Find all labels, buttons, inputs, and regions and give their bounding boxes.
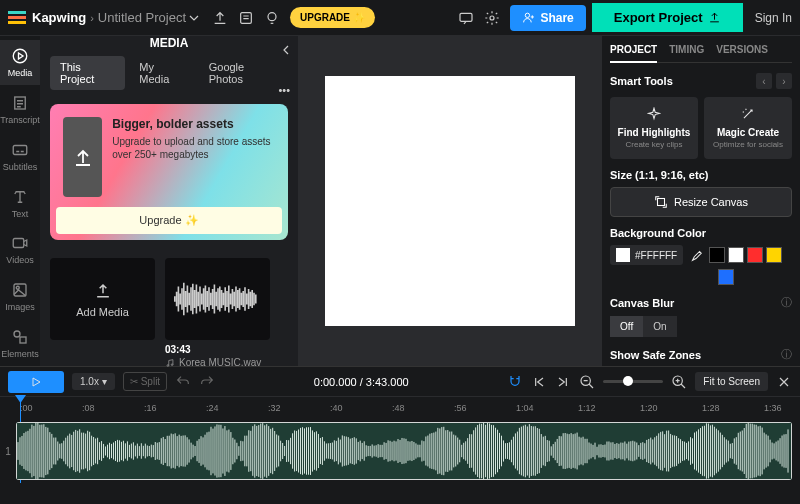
promo-image xyxy=(63,117,102,197)
tab-versions[interactable]: VERSIONS xyxy=(716,44,768,56)
signin-link[interactable]: Sign In xyxy=(755,11,792,25)
chevron-down-icon[interactable] xyxy=(186,10,202,26)
collapse-panel-icon[interactable] xyxy=(278,42,294,58)
sparkle-icon xyxy=(647,107,661,121)
bg-color-label: Background Color xyxy=(610,227,706,239)
close-icon[interactable] xyxy=(776,374,792,390)
rail-label: Transcript xyxy=(0,115,40,125)
track-number: 1 xyxy=(0,446,16,457)
add-media-button[interactable]: Add Media xyxy=(50,258,155,340)
ruler-tick: 1:20 xyxy=(640,403,658,413)
svg-point-5 xyxy=(13,49,27,63)
swatch-red[interactable] xyxy=(747,247,763,263)
upload-icon[interactable] xyxy=(212,10,228,26)
fit-to-screen-button[interactable]: Fit to Screen xyxy=(695,372,768,391)
size-label: Size (1:1, 9:16, etc) xyxy=(610,169,708,181)
skip-end-icon[interactable] xyxy=(555,374,571,390)
breadcrumb-sep: › xyxy=(90,12,94,24)
eyedropper-icon[interactable] xyxy=(689,248,703,262)
kapwing-logo[interactable] xyxy=(8,11,26,25)
card-title: Magic Create xyxy=(710,127,786,138)
swatch-white[interactable] xyxy=(728,247,744,263)
svg-rect-2 xyxy=(460,13,472,21)
rail-media[interactable]: Media xyxy=(0,40,40,85)
ruler-tick: :08 xyxy=(82,403,95,413)
magnet-icon[interactable] xyxy=(507,374,523,390)
svg-rect-12 xyxy=(20,337,26,343)
rail-transcript[interactable]: Transcript xyxy=(0,87,40,132)
svg-rect-0 xyxy=(241,12,252,23)
upload-icon xyxy=(93,280,113,300)
hex-value: #FFFFFF xyxy=(635,250,677,261)
comment-icon[interactable] xyxy=(458,10,474,26)
tab-this-project[interactable]: This Project xyxy=(50,56,125,90)
ruler-tick: 1:28 xyxy=(702,403,720,413)
left-rail: Media Transcript Subtitles Text Videos I… xyxy=(0,36,40,366)
ruler-tick: :16 xyxy=(144,403,157,413)
swatch-black[interactable] xyxy=(709,247,725,263)
magic-create-card[interactable]: Magic Create Optimize for socials xyxy=(704,97,792,159)
swatch-blue[interactable] xyxy=(718,269,734,285)
export-icon xyxy=(708,11,721,24)
person-plus-icon xyxy=(522,11,535,24)
upgrade-button[interactable]: UPGRADE✨ xyxy=(290,7,375,28)
zoom-in-icon[interactable] xyxy=(671,374,687,390)
project-title[interactable]: Untitled Project xyxy=(98,10,186,25)
more-icon[interactable]: ••• xyxy=(278,84,290,96)
rail-videos[interactable]: Videos xyxy=(0,227,40,272)
info-icon[interactable]: ⓘ xyxy=(781,347,792,362)
gear-icon[interactable] xyxy=(484,10,500,26)
swatch-yellow[interactable] xyxy=(766,247,782,263)
rail-text[interactable]: Text xyxy=(0,181,40,226)
media-clip[interactable] xyxy=(165,258,270,340)
prev-arrow[interactable]: ‹ xyxy=(756,73,772,89)
rail-subtitles[interactable]: Subtitles xyxy=(0,134,40,179)
next-arrow[interactable]: › xyxy=(776,73,792,89)
share-button[interactable]: Share xyxy=(510,5,585,31)
rail-label: Videos xyxy=(6,255,33,265)
canvas[interactable] xyxy=(325,76,575,326)
info-icon[interactable]: ⓘ xyxy=(781,295,792,310)
svg-point-13 xyxy=(167,364,169,366)
audio-track-clip[interactable] xyxy=(16,422,792,480)
upgrade-promo: Bigger, bolder assets Upgrade to upload … xyxy=(50,104,288,240)
rail-label: Text xyxy=(12,209,29,219)
sparkle-icon: ✨ xyxy=(353,12,365,23)
blur-on[interactable]: On xyxy=(643,316,676,337)
brand-name[interactable]: Kapwing xyxy=(32,10,86,25)
svg-rect-15 xyxy=(658,199,665,206)
add-media-label: Add Media xyxy=(76,306,129,318)
ruler-tick: :48 xyxy=(392,403,405,413)
svg-point-14 xyxy=(171,363,173,365)
promo-body: Upgrade to upload and store assets over … xyxy=(112,135,275,161)
find-highlights-card[interactable]: Find Highlights Create key clips xyxy=(610,97,698,159)
zoom-out-icon[interactable] xyxy=(579,374,595,390)
time-ruler[interactable]: :00:08:16:24:32:40:48:561:041:121:201:28… xyxy=(0,397,800,419)
ruler-tick: 1:12 xyxy=(578,403,596,413)
lightbulb-icon[interactable] xyxy=(264,10,280,26)
zoom-slider[interactable] xyxy=(603,380,663,383)
rail-images[interactable]: Images xyxy=(0,274,40,319)
resize-icon xyxy=(654,195,668,209)
skip-start-icon[interactable] xyxy=(531,374,547,390)
tab-google-photos[interactable]: Google Photos xyxy=(199,56,288,90)
total-duration: 3:43.000 xyxy=(366,376,409,388)
wand-icon xyxy=(741,107,755,121)
tab-timing[interactable]: TIMING xyxy=(669,44,704,56)
hex-input[interactable]: #FFFFFF xyxy=(610,245,683,265)
blur-off[interactable]: Off xyxy=(610,316,643,337)
promo-upgrade-button[interactable]: Upgrade ✨ xyxy=(56,207,282,234)
zoom-thumb[interactable] xyxy=(623,376,633,386)
tab-project[interactable]: PROJECT xyxy=(610,44,657,63)
svg-point-10 xyxy=(16,286,19,289)
safe-zones-label: Show Safe Zones xyxy=(610,349,701,361)
export-label: Export Project xyxy=(614,10,703,25)
tab-my-media[interactable]: My Media xyxy=(129,56,194,90)
canvas-area[interactable] xyxy=(298,36,602,366)
rail-label: Subtitles xyxy=(3,162,38,172)
export-button[interactable]: Export Project xyxy=(592,3,743,32)
resize-canvas-button[interactable]: Resize Canvas xyxy=(610,187,792,217)
rail-elements[interactable]: Elements xyxy=(0,321,40,366)
notes-icon[interactable] xyxy=(238,10,254,26)
current-time: 0:00.000 xyxy=(314,376,357,388)
